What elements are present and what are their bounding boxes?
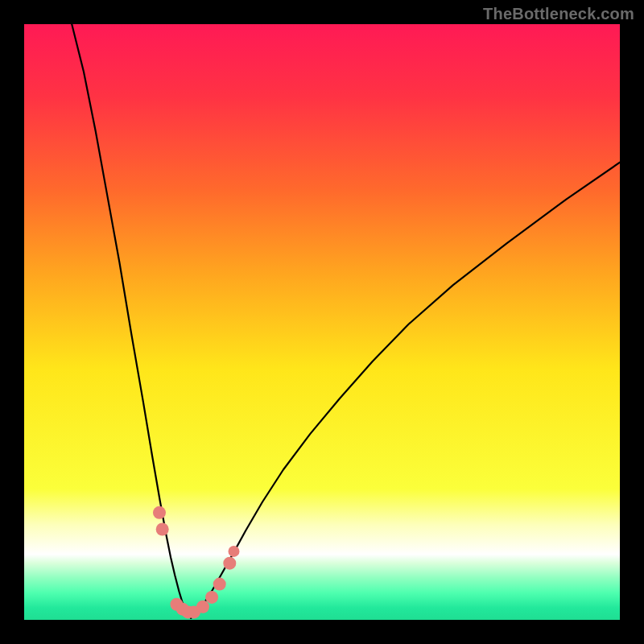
data-marker [196,601,209,613]
plot-area [24,24,620,620]
data-marker [223,557,236,570]
data-marker [205,591,218,604]
chart-svg [24,24,620,620]
outer-frame: TheBottleneck.com [0,0,644,644]
gradient-background [24,24,620,620]
data-marker [213,578,226,591]
data-marker [228,546,239,557]
data-marker [156,523,169,536]
watermark-text: TheBottleneck.com [483,5,634,23]
data-marker [153,506,166,519]
